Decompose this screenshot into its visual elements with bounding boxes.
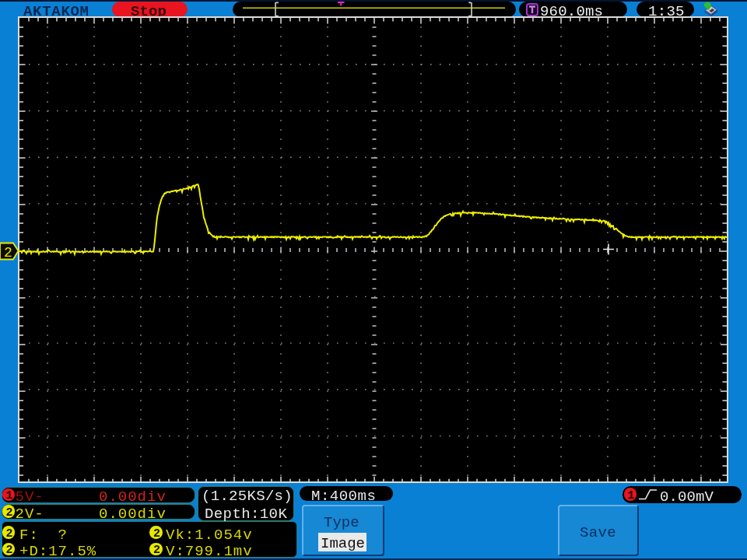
svg-text:2: 2	[4, 245, 12, 261]
